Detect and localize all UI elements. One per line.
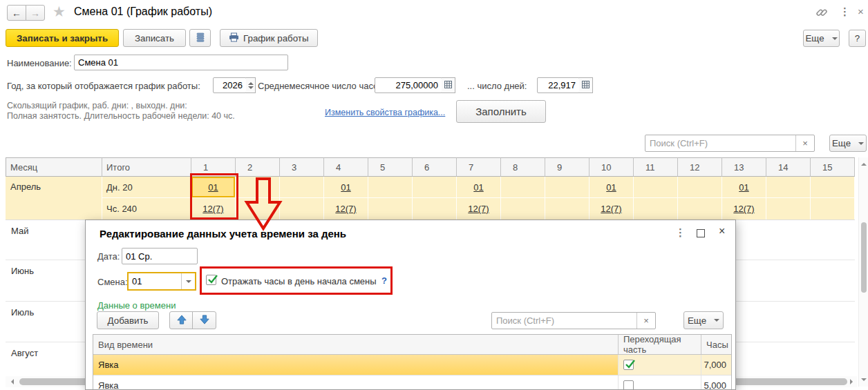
april-hours-total[interactable]: Чс. 240 bbox=[102, 198, 191, 220]
day-column-header[interactable]: 9 bbox=[545, 157, 589, 177]
favorite-star-icon[interactable]: ★ bbox=[53, 3, 66, 20]
year-spinner[interactable] bbox=[246, 77, 256, 93]
dialog-menu-dots-icon[interactable]: ⋮ bbox=[675, 226, 686, 239]
vertical-scrollbar-thumb[interactable] bbox=[861, 222, 867, 293]
column-header-time-type[interactable]: Вид времени bbox=[93, 335, 619, 354]
scroll-down-icon[interactable] bbox=[861, 378, 867, 384]
april-hours-cell[interactable] bbox=[368, 198, 413, 220]
april-day-cell[interactable]: 01 bbox=[589, 177, 634, 198]
avg-hours-input[interactable] bbox=[375, 77, 442, 93]
toolbar-more-button[interactable]: Еще bbox=[803, 30, 840, 47]
carry-checkbox-unchecked[interactable] bbox=[623, 380, 634, 390]
april-hours-cell[interactable] bbox=[413, 198, 457, 220]
april-day-cell[interactable] bbox=[413, 177, 457, 198]
time-type-cell[interactable]: Явка bbox=[93, 355, 619, 375]
day-value-link[interactable]: 01 bbox=[473, 182, 483, 193]
day-column-header[interactable]: 3 bbox=[280, 157, 324, 177]
april-hours-cell[interactable] bbox=[634, 198, 678, 220]
year-input[interactable] bbox=[213, 77, 247, 93]
dialog-maximize-icon[interactable] bbox=[697, 229, 705, 237]
avg-hours-calculator-button[interactable] bbox=[442, 77, 455, 93]
time-type-cell[interactable]: Явка bbox=[93, 376, 619, 390]
window-menu-dots-icon[interactable]: ⋮ bbox=[840, 6, 850, 18]
dialog-close-icon[interactable]: × bbox=[719, 225, 725, 237]
avg-days-calculator-button[interactable] bbox=[579, 77, 593, 93]
april-day-cell[interactable] bbox=[545, 177, 589, 198]
day-column-header[interactable]: 7 bbox=[457, 157, 501, 177]
time-table-row[interactable]: Явка 5,000 bbox=[93, 376, 731, 390]
fill-button[interactable]: Заполнить bbox=[456, 100, 546, 123]
april-day-cell[interactable] bbox=[634, 177, 678, 198]
april-hours-cell[interactable] bbox=[280, 198, 324, 220]
day-column-header[interactable]: 4 bbox=[324, 157, 368, 177]
save-close-button[interactable]: Записать и закрыть bbox=[6, 29, 119, 47]
day-column-header[interactable]: 12 bbox=[678, 157, 722, 177]
day-value-link[interactable]: 01 bbox=[341, 182, 350, 193]
april-hours-cell[interactable] bbox=[501, 198, 545, 220]
scroll-right-icon[interactable] bbox=[850, 379, 856, 384]
column-header-carry[interactable]: Переходящая часть bbox=[619, 335, 701, 354]
hours-cell[interactable]: 5,000 bbox=[701, 376, 731, 390]
day-column-header[interactable]: 5 bbox=[368, 157, 413, 177]
april-day-cell[interactable] bbox=[811, 177, 855, 198]
hours-value-link[interactable]: 12(7) bbox=[468, 204, 489, 214]
day-column-header[interactable]: 14 bbox=[766, 157, 811, 177]
day-column-header[interactable]: 10 bbox=[589, 157, 634, 177]
day-column-header[interactable]: 15 bbox=[811, 157, 855, 177]
day-column-header[interactable]: 2 bbox=[236, 157, 280, 177]
table-search-input[interactable] bbox=[645, 135, 795, 151]
april-hours-cell[interactable]: 12(7) bbox=[722, 198, 766, 220]
scroll-up-icon[interactable] bbox=[861, 160, 867, 166]
attached-files-button[interactable] bbox=[189, 29, 211, 47]
april-day-cell[interactable]: 01 bbox=[722, 177, 766, 198]
april-day-cell[interactable] bbox=[501, 177, 545, 198]
change-properties-link[interactable]: Изменить свойства графика... bbox=[325, 108, 445, 117]
column-header-hours[interactable]: Часы bbox=[701, 335, 731, 354]
day-column-header[interactable]: 6 bbox=[413, 157, 457, 177]
april-hours-cell[interactable] bbox=[811, 198, 855, 220]
day-value-link[interactable]: 01 bbox=[606, 182, 616, 193]
dialog-search-clear-button[interactable]: × bbox=[636, 313, 655, 329]
dialog-more-button[interactable]: Еще bbox=[683, 311, 724, 329]
print-schedule-button[interactable]: График работы bbox=[220, 29, 318, 47]
move-up-button[interactable] bbox=[169, 311, 194, 329]
april-hours-cell[interactable]: 12(7) bbox=[324, 198, 368, 220]
window-close-icon[interactable]: × bbox=[858, 6, 864, 17]
day-column-header[interactable]: 11 bbox=[634, 157, 678, 177]
avg-days-input[interactable] bbox=[537, 77, 580, 93]
day-column-header[interactable]: 13 bbox=[722, 157, 766, 177]
table-more-button[interactable]: Еще bbox=[829, 135, 867, 152]
hours-value-link[interactable]: 12(7) bbox=[335, 204, 356, 214]
search-clear-button[interactable]: × bbox=[795, 135, 814, 151]
april-hours-cell[interactable]: 12(7) bbox=[457, 198, 501, 220]
april-day-cell[interactable]: 01 bbox=[324, 177, 368, 198]
hours-cell[interactable]: 7,000 bbox=[701, 355, 731, 375]
time-table-row-selected[interactable]: Явка 7,000 bbox=[93, 355, 731, 376]
day-value-link[interactable]: 01 bbox=[739, 182, 748, 193]
april-hours-cell[interactable] bbox=[678, 198, 722, 220]
add-row-button[interactable]: Добавить bbox=[97, 311, 159, 329]
column-header-month[interactable]: Месяц bbox=[6, 157, 102, 177]
column-header-total[interactable]: Итого bbox=[102, 157, 191, 177]
april-hours-cell[interactable] bbox=[545, 198, 589, 220]
shift-combobox[interactable]: 01 bbox=[127, 272, 196, 291]
hours-value-link[interactable]: 12(7) bbox=[733, 204, 754, 214]
help-button[interactable]: ? bbox=[849, 30, 866, 47]
get-link-icon[interactable] bbox=[815, 6, 828, 21]
carry-cell[interactable] bbox=[619, 376, 701, 390]
april-day-cell[interactable] bbox=[678, 177, 722, 198]
date-input[interactable] bbox=[122, 248, 198, 264]
hours-value-link[interactable]: 12(7) bbox=[601, 204, 621, 214]
move-down-button[interactable] bbox=[192, 311, 216, 329]
combobox-dropdown-button[interactable] bbox=[181, 273, 195, 289]
april-hours-cell[interactable]: 12(7) bbox=[589, 198, 634, 220]
name-input[interactable] bbox=[74, 55, 288, 70]
dialog-search-input[interactable] bbox=[492, 313, 636, 329]
forward-button[interactable]: → bbox=[26, 5, 45, 21]
vertical-scrollbar[interactable] bbox=[858, 157, 868, 387]
april-day-cell[interactable] bbox=[766, 177, 811, 198]
time-data-section-label[interactable]: Данные о времени bbox=[97, 300, 176, 311]
april-day-cell[interactable] bbox=[368, 177, 413, 198]
april-days-total[interactable]: Дн. 20 bbox=[102, 177, 191, 198]
save-button[interactable]: Записать bbox=[123, 29, 186, 47]
